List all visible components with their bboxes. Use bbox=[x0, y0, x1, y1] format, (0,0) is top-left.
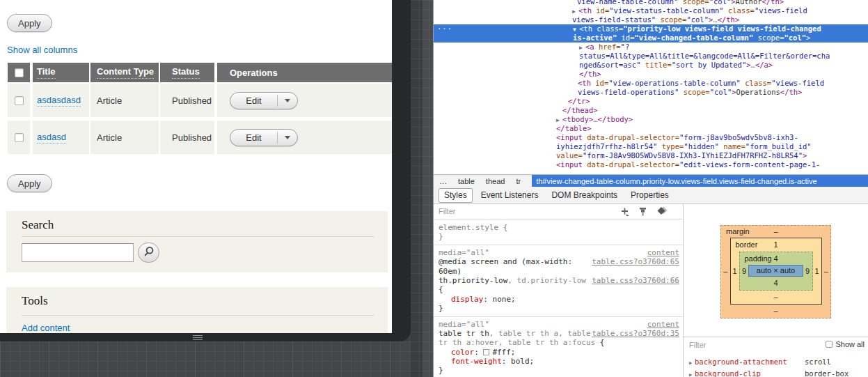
computed-property-row[interactable]: ▶background-clipborder-box bbox=[684, 368, 868, 377]
code-token: scope= bbox=[679, 88, 709, 96]
style-rule-line[interactable]: } bbox=[434, 304, 683, 313]
box-model-padding[interactable]: padding 4 9 auto × auto 9 4 bbox=[739, 252, 813, 291]
content-title-link[interactable]: asdasdasd bbox=[37, 95, 81, 107]
content-title-link[interactable]: asdasd bbox=[37, 132, 66, 144]
dom-tree-line[interactable]: value="form-J8Av9BO5WDv5BV8-IXh3-IYhiEZJ… bbox=[434, 151, 868, 160]
breadcrumb-item[interactable]: … bbox=[439, 175, 447, 187]
table-header-status[interactable]: Status bbox=[160, 63, 214, 82]
code-token: "form-J8Av9BO5WDv5BV8-IXh3-IYhiEZJdFH7RF… bbox=[583, 151, 803, 160]
dom-tree-line[interactable]: views-field-operations" scope="col">Oper… bbox=[434, 88, 868, 97]
dom-tree-line[interactable]: </table> bbox=[434, 124, 868, 133]
stylesheet-link[interactable]: table.css?o3760d:66 bbox=[592, 276, 679, 285]
css-token: : bbox=[502, 357, 511, 366]
style-rule-line[interactable]: { bbox=[434, 285, 683, 294]
column-header-label: Status bbox=[172, 66, 200, 79]
code-token: iyhiezjdfh7rfhz-h8lr54" bbox=[556, 142, 657, 151]
show-all-checkbox[interactable] bbox=[826, 341, 833, 348]
style-rule-line[interactable]: color: #fff; bbox=[434, 348, 683, 357]
dom-tree-line[interactable]: <input data-drupal-selector="edit-views-… bbox=[434, 160, 868, 169]
apply-button-bottom[interactable]: Apply bbox=[7, 174, 52, 192]
edit-button[interactable]: Edit bbox=[230, 92, 298, 109]
breadcrumb-item[interactable]: thead bbox=[486, 175, 505, 187]
row-checkbox[interactable] bbox=[15, 133, 24, 142]
dom-tree-line[interactable]: <input data-drupal-selector="form-j8av9b… bbox=[434, 133, 868, 142]
search-input[interactable] bbox=[22, 243, 134, 262]
stylesheet-link[interactable]: content bbox=[647, 248, 679, 257]
padding-left-value[interactable]: 9 bbox=[740, 267, 749, 275]
border-top-value[interactable]: 1 bbox=[773, 240, 778, 249]
dom-tree-line[interactable]: ···▼<th class="priority-low views-field … bbox=[434, 24, 868, 33]
border-bottom-value[interactable]: – bbox=[731, 291, 821, 304]
dom-tree-line[interactable]: <th id="view-operations-table-column" cl… bbox=[434, 79, 868, 88]
margin-left-value[interactable]: – bbox=[721, 267, 730, 275]
select-all-checkbox[interactable] bbox=[15, 68, 24, 77]
dom-tree-line[interactable]: ▶<a href="? bbox=[434, 43, 868, 52]
margin-top-value[interactable]: – bbox=[773, 227, 778, 236]
border-right-value[interactable]: 1 bbox=[813, 267, 821, 275]
tab-styles[interactable]: Styles bbox=[439, 188, 473, 203]
dom-tree-line[interactable]: is-active" id="view-changed-table-column… bbox=[434, 33, 868, 43]
style-rule-line[interactable]: 60em) bbox=[434, 267, 683, 276]
toggle-element-state-icon[interactable] bbox=[656, 206, 668, 219]
table-header-content-type[interactable]: Content Type bbox=[90, 63, 159, 82]
edit-dropdown-toggle[interactable] bbox=[278, 136, 297, 139]
padding-right-value[interactable]: 9 bbox=[803, 267, 812, 275]
padding-top-value[interactable]: 4 bbox=[773, 254, 778, 263]
edit-dropdown-toggle[interactable] bbox=[278, 99, 297, 102]
stylesheet-link[interactable]: content bbox=[647, 320, 679, 329]
search-submit-button[interactable] bbox=[138, 243, 159, 263]
stylesheet-link[interactable]: table.css?o3760d:35 bbox=[592, 329, 679, 338]
padding-bottom-value[interactable]: 4 bbox=[740, 277, 812, 290]
style-rule-line[interactable]: } bbox=[434, 232, 683, 241]
margin-bottom-value[interactable]: – bbox=[721, 305, 830, 318]
color-swatch[interactable] bbox=[483, 349, 489, 355]
dom-tree-line[interactable]: views-field-status" scope="col">…</th> bbox=[434, 15, 868, 24]
style-rule-line[interactable]: element.style { bbox=[434, 223, 683, 232]
dom-tree-line[interactable]: nged&sort=asc" title="sort by Updated">…… bbox=[434, 61, 868, 70]
css-token: 60em) bbox=[439, 267, 461, 276]
computed-filter-input[interactable] bbox=[684, 337, 767, 349]
dom-tree-line[interactable]: view-name-table-column" scope="col">Auth… bbox=[434, 0, 868, 6]
tab-event-listeners[interactable]: Event Listeners bbox=[476, 189, 544, 202]
margin-right-value[interactable]: – bbox=[822, 267, 831, 275]
apply-button-top[interactable]: Apply bbox=[7, 14, 52, 32]
breadcrumb-item-selected[interactable]: th#view-changed-table-column.priority-lo… bbox=[532, 175, 868, 187]
breadcrumb-item[interactable]: tr bbox=[516, 175, 521, 187]
style-rule-line[interactable]: } bbox=[434, 366, 683, 375]
style-rule-line[interactable]: @media screen and (max-width:table.css?o… bbox=[434, 257, 683, 266]
box-model-margin[interactable]: margin – – border 1 1 bbox=[720, 225, 831, 318]
style-rule-line[interactable]: media="all"content bbox=[434, 248, 683, 257]
show-all-columns-link[interactable]: Show all columns bbox=[7, 45, 77, 55]
pin-icon[interactable] bbox=[638, 206, 647, 219]
edit-button[interactable]: Edit bbox=[230, 129, 298, 146]
box-model-border[interactable]: border 1 1 padding 4 bbox=[730, 238, 822, 305]
box-model-content[interactable]: auto × auto bbox=[748, 265, 803, 277]
expand-arrow-icon[interactable]: ▶ bbox=[689, 369, 695, 377]
tab-properties[interactable]: Properties bbox=[626, 189, 674, 202]
style-rule-line[interactable]: tr th a:hover, table tr th a:focus { bbox=[434, 338, 683, 347]
dom-tree-line[interactable]: ▶<tbody>…</tbody> bbox=[434, 115, 868, 124]
stylesheet-link[interactable]: table.css?o3760d:65 bbox=[592, 257, 679, 266]
dom-tree-line[interactable]: </th> bbox=[434, 70, 868, 79]
breadcrumb-item[interactable]: table bbox=[458, 175, 475, 187]
border-left-value[interactable]: 1 bbox=[731, 267, 739, 275]
table-header-title[interactable]: Title bbox=[33, 63, 89, 82]
tab-dom-breakpoints[interactable]: DOM Breakpoints bbox=[546, 189, 622, 202]
dom-tree-line[interactable]: </tr> bbox=[434, 97, 868, 106]
dom-tree-line[interactable]: status=All&type=All&title=&langcode=All&… bbox=[434, 52, 868, 61]
style-rule-line[interactable]: font-weight: bold; bbox=[434, 357, 683, 366]
styles-filter-input[interactable] bbox=[434, 204, 538, 215]
dom-tree-line[interactable]: </thead> bbox=[434, 106, 868, 115]
row-checkbox[interactable] bbox=[15, 96, 24, 105]
dom-tree-line[interactable]: ▶<th id="view-status-table-column" class… bbox=[434, 6, 868, 15]
style-rule-line[interactable]: display: none; bbox=[434, 295, 683, 304]
style-rule-line[interactable]: th.priority-low, td.priority-lowtable.cs… bbox=[434, 276, 683, 285]
dom-tree-line[interactable]: iyhiezjdfh7rfhz-h8lr54" type="hidden" na… bbox=[434, 142, 868, 151]
new-style-rule-icon[interactable] bbox=[620, 206, 630, 219]
css-token: : bbox=[483, 295, 492, 304]
add-content-link[interactable]: Add content bbox=[22, 323, 70, 333]
computed-property-row[interactable]: ▶background-attachmentscroll bbox=[684, 356, 868, 368]
style-rule-line[interactable]: table tr th, table tr th a, tabletable.c… bbox=[434, 329, 683, 338]
device-frame-drag-handle-icon[interactable] bbox=[193, 335, 203, 341]
style-rule-line[interactable]: media="all"content bbox=[434, 320, 683, 329]
